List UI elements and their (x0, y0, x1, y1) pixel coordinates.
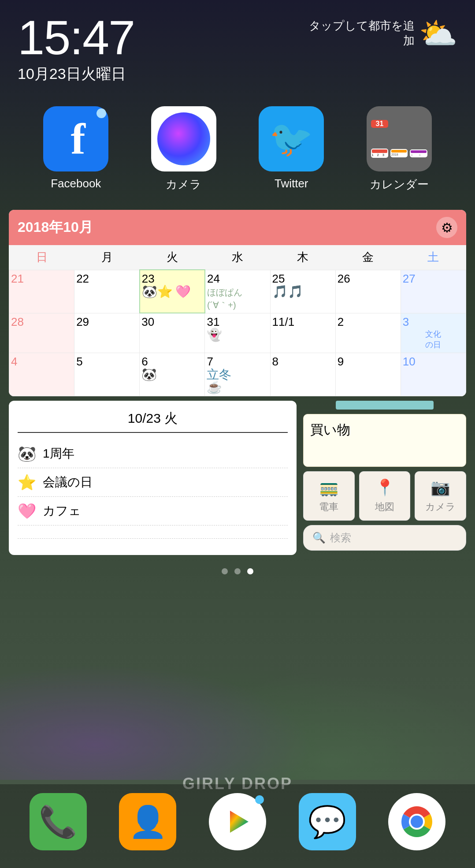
weather-hint[interactable]: タップして都市を追加 ⛅ (309, 15, 457, 52)
facebook-notification-dot (96, 108, 106, 118)
cal-cell-111[interactable]: 11/1 (270, 313, 335, 353)
page-dots (0, 559, 475, 583)
cal-cell-24[interactable]: 24 ほぼぱん(´∀｀+) (205, 270, 270, 313)
weekday-mon: 月 (74, 245, 140, 270)
app-item-twitter[interactable]: Twitter (259, 106, 324, 192)
memo-button-camera[interactable]: 📷 カメラ (415, 471, 466, 521)
cal-cell-31[interactable]: 31 👻 (205, 313, 270, 353)
schedule-text-3: カフェ (43, 503, 81, 519)
search-bar[interactable]: 🔍 検索 (303, 525, 466, 551)
play-triangle-svg (222, 806, 253, 837)
date: 10月23日火曜日 (18, 64, 134, 84)
dock-item-phone[interactable]: 📞 (30, 793, 87, 850)
camera-lens (157, 112, 210, 165)
page-dot-3 (247, 568, 253, 574)
dock-item-contacts[interactable]: 👤 (119, 793, 176, 850)
cal-cell-4[interactable]: 4 (9, 353, 74, 396)
calendar-header: 2018年10月 ⚙ (9, 210, 466, 245)
contacts-icon[interactable]: 👤 (119, 793, 176, 850)
calendar-folder-icon[interactable]: 31 123 2018 ○○ (367, 106, 432, 171)
memo-buttons: 🚃 電車 📍 地図 📷 カメラ (303, 471, 466, 521)
cal-row-1: 21 22 23 🐼⭐ 🩷 24 ほぼぱん(´∀｀+) 25 🎵🎵 26 27 (9, 270, 466, 313)
schedule-empty (18, 525, 288, 539)
search-icon: 🔍 (312, 532, 326, 544)
search-placeholder: 検索 (330, 531, 351, 545)
phone-icon[interactable]: 📞 (30, 793, 87, 850)
play-notification-dot (255, 795, 264, 804)
map-label: 地図 (375, 500, 394, 514)
schedule-icon-3: 🩷 (18, 502, 36, 520)
chrome-svg (397, 802, 437, 842)
weekday-wed: 水 (205, 245, 270, 270)
dock-item-chrome[interactable] (388, 793, 445, 850)
cal-cell-26[interactable]: 26 (335, 270, 401, 313)
cal-cell-23[interactable]: 23 🐼⭐ 🩷 (140, 270, 205, 313)
cal-cell-22[interactable]: 22 (74, 270, 140, 313)
cal-cell-5[interactable]: 5 (74, 353, 140, 396)
cal-cell-8[interactable]: 8 (270, 353, 335, 396)
calendar-settings-button[interactable]: ⚙ (436, 217, 457, 238)
schedule-item-2[interactable]: ⭐ 会議の日 (18, 468, 288, 497)
memo-tape (336, 401, 434, 410)
chrome-icon[interactable] (388, 793, 445, 850)
app-row: Facebook カメラ Twitter 31 123 2018 (0, 93, 475, 205)
schedule-item-3[interactable]: 🩷 カフェ (18, 497, 288, 525)
calendar-title: 2018年10月 (18, 218, 93, 237)
dock-item-play[interactable] (209, 793, 266, 850)
memo-title[interactable]: 買い物 (303, 414, 466, 467)
svg-marker-0 (230, 811, 249, 833)
cal-cell-3[interactable]: 3 文化の日 (401, 313, 466, 353)
facebook-label: Facebook (51, 177, 101, 190)
weekday-fri: 金 (335, 245, 401, 270)
schedule-date: 10/23 火 (18, 410, 288, 433)
schedule-item-1[interactable]: 🐼 1周年 (18, 440, 288, 468)
dock: 📞 👤 💬 (0, 784, 475, 868)
weather-icon: ⛅ (419, 15, 457, 52)
cal-cell-2[interactable]: 2 (335, 313, 401, 353)
schedule-text-2: 会議の日 (43, 474, 93, 491)
cal-cell-21[interactable]: 21 (9, 270, 74, 313)
weekday-sat: 土 (401, 245, 466, 270)
cal-cell-7[interactable]: 7 立冬☕ (205, 353, 270, 396)
calendar-widget: 2018年10月 ⚙ 日 月 火 水 木 金 土 21 22 23 🐼⭐ 🩷 (9, 210, 466, 396)
train-icon: 🚃 (319, 478, 339, 497)
camera-memo-icon: 📷 (430, 478, 450, 497)
cal-cell-25[interactable]: 25 🎵🎵 (270, 270, 335, 313)
calendar-folder-label: カレンダー (370, 177, 429, 192)
cal-cell-9[interactable]: 9 (335, 353, 401, 396)
twitter-icon[interactable] (259, 106, 324, 171)
app-item-calendar-folder[interactable]: 31 123 2018 ○○ カレンダー (367, 106, 432, 192)
cal-cell-6[interactable]: 6 🐼 (140, 353, 205, 396)
weekday-thu: 木 (270, 245, 335, 270)
app-item-facebook[interactable]: Facebook (43, 106, 108, 192)
train-label: 電車 (319, 500, 338, 514)
memo-panel: 買い物 🚃 電車 📍 地図 📷 カメラ 🔍 検索 (303, 401, 466, 555)
page-dot-1 (222, 568, 228, 574)
cal-cell-29[interactable]: 29 (74, 313, 140, 353)
facebook-icon[interactable] (43, 106, 108, 171)
cal-row-3: 4 5 6 🐼 7 立冬☕ 8 9 10 (9, 353, 466, 396)
dock-item-messages[interactable]: 💬 (299, 793, 356, 850)
camera-label: カメラ (166, 177, 201, 192)
weather-tap[interactable]: タップして都市を追加 (309, 19, 415, 48)
cal-cell-30[interactable]: 30 (140, 313, 205, 353)
weekday-tue: 火 (140, 245, 205, 270)
messages-icon[interactable]: 💬 (299, 793, 356, 850)
camera-icon[interactable] (151, 106, 216, 171)
app-item-camera[interactable]: カメラ (151, 106, 216, 192)
memo-button-train[interactable]: 🚃 電車 (303, 471, 355, 521)
cal-cell-10[interactable]: 10 (401, 353, 466, 396)
cal-row-2: 28 29 30 31 👻 11/1 2 3 文化の日 (9, 313, 466, 353)
schedule-icon-2: ⭐ (18, 473, 36, 491)
cal-cell-28[interactable]: 28 (9, 313, 74, 353)
calendar-grid: 日 月 火 水 木 金 土 21 22 23 🐼⭐ 🩷 24 ほぼ (9, 245, 466, 396)
svg-point-3 (411, 816, 423, 828)
playstore-icon[interactable] (209, 793, 266, 850)
schedule-text-1: 1周年 (43, 445, 74, 462)
memo-button-map[interactable]: 📍 地図 (359, 471, 411, 521)
cal-cell-27[interactable]: 27 (401, 270, 466, 313)
weekday-sun: 日 (9, 245, 74, 270)
twitter-label: Twitter (275, 177, 308, 190)
map-icon: 📍 (375, 478, 395, 497)
page-dot-2 (234, 568, 241, 574)
